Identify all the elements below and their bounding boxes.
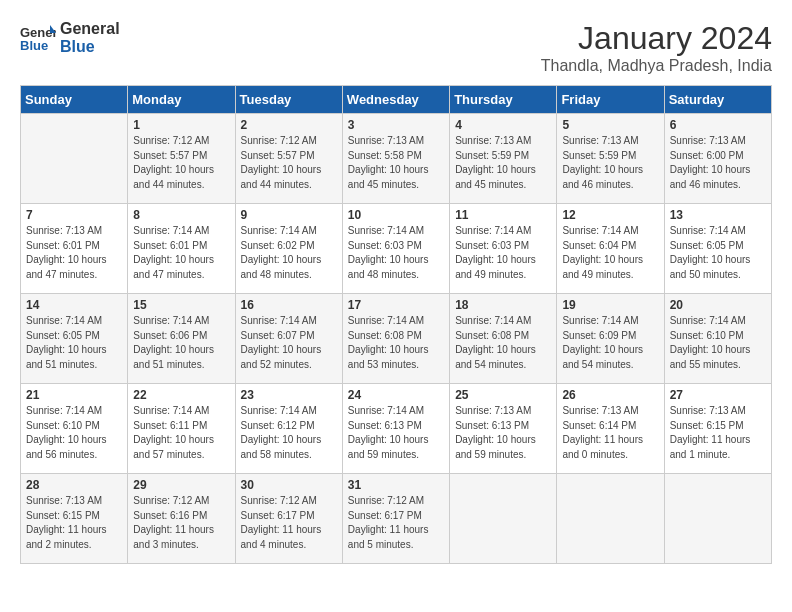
day-info: Sunrise: 7:13 AM Sunset: 6:00 PM Dayligh… (670, 134, 766, 192)
calendar-cell: 16Sunrise: 7:14 AM Sunset: 6:07 PM Dayli… (235, 294, 342, 384)
day-info: Sunrise: 7:13 AM Sunset: 6:15 PM Dayligh… (670, 404, 766, 462)
day-number: 22 (133, 388, 229, 402)
calendar-cell (664, 474, 771, 564)
column-header-sunday: Sunday (21, 86, 128, 114)
day-number: 2 (241, 118, 337, 132)
day-info: Sunrise: 7:14 AM Sunset: 6:09 PM Dayligh… (562, 314, 658, 372)
calendar-cell: 12Sunrise: 7:14 AM Sunset: 6:04 PM Dayli… (557, 204, 664, 294)
calendar-cell: 17Sunrise: 7:14 AM Sunset: 6:08 PM Dayli… (342, 294, 449, 384)
day-number: 7 (26, 208, 122, 222)
day-info: Sunrise: 7:13 AM Sunset: 5:58 PM Dayligh… (348, 134, 444, 192)
day-number: 29 (133, 478, 229, 492)
day-info: Sunrise: 7:14 AM Sunset: 6:11 PM Dayligh… (133, 404, 229, 462)
week-row-3: 14Sunrise: 7:14 AM Sunset: 6:05 PM Dayli… (21, 294, 772, 384)
calendar-cell: 1Sunrise: 7:12 AM Sunset: 5:57 PM Daylig… (128, 114, 235, 204)
logo: General Blue General Blue (20, 20, 120, 55)
calendar-cell: 19Sunrise: 7:14 AM Sunset: 6:09 PM Dayli… (557, 294, 664, 384)
week-row-2: 7Sunrise: 7:13 AM Sunset: 6:01 PM Daylig… (21, 204, 772, 294)
week-row-1: 1Sunrise: 7:12 AM Sunset: 5:57 PM Daylig… (21, 114, 772, 204)
column-header-tuesday: Tuesday (235, 86, 342, 114)
day-info: Sunrise: 7:13 AM Sunset: 6:01 PM Dayligh… (26, 224, 122, 282)
day-info: Sunrise: 7:12 AM Sunset: 6:17 PM Dayligh… (241, 494, 337, 552)
column-header-friday: Friday (557, 86, 664, 114)
day-info: Sunrise: 7:14 AM Sunset: 6:08 PM Dayligh… (455, 314, 551, 372)
day-number: 17 (348, 298, 444, 312)
calendar-cell: 27Sunrise: 7:13 AM Sunset: 6:15 PM Dayli… (664, 384, 771, 474)
calendar-cell: 29Sunrise: 7:12 AM Sunset: 6:16 PM Dayli… (128, 474, 235, 564)
column-header-thursday: Thursday (450, 86, 557, 114)
calendar-cell: 4Sunrise: 7:13 AM Sunset: 5:59 PM Daylig… (450, 114, 557, 204)
day-info: Sunrise: 7:12 AM Sunset: 5:57 PM Dayligh… (133, 134, 229, 192)
day-number: 14 (26, 298, 122, 312)
day-number: 10 (348, 208, 444, 222)
day-number: 24 (348, 388, 444, 402)
day-info: Sunrise: 7:14 AM Sunset: 6:10 PM Dayligh… (670, 314, 766, 372)
day-number: 26 (562, 388, 658, 402)
title-block: January 2024 Thandla, Madhya Pradesh, In… (541, 20, 772, 75)
day-info: Sunrise: 7:14 AM Sunset: 6:08 PM Dayligh… (348, 314, 444, 372)
week-row-5: 28Sunrise: 7:13 AM Sunset: 6:15 PM Dayli… (21, 474, 772, 564)
calendar-cell: 31Sunrise: 7:12 AM Sunset: 6:17 PM Dayli… (342, 474, 449, 564)
calendar-cell (21, 114, 128, 204)
day-number: 25 (455, 388, 551, 402)
calendar-cell: 9Sunrise: 7:14 AM Sunset: 6:02 PM Daylig… (235, 204, 342, 294)
day-number: 9 (241, 208, 337, 222)
day-number: 8 (133, 208, 229, 222)
day-info: Sunrise: 7:14 AM Sunset: 6:10 PM Dayligh… (26, 404, 122, 462)
day-info: Sunrise: 7:14 AM Sunset: 6:13 PM Dayligh… (348, 404, 444, 462)
page-header: General Blue General Blue January 2024 T… (20, 20, 772, 75)
calendar-cell: 11Sunrise: 7:14 AM Sunset: 6:03 PM Dayli… (450, 204, 557, 294)
calendar-cell: 21Sunrise: 7:14 AM Sunset: 6:10 PM Dayli… (21, 384, 128, 474)
day-number: 15 (133, 298, 229, 312)
calendar-cell: 6Sunrise: 7:13 AM Sunset: 6:00 PM Daylig… (664, 114, 771, 204)
day-info: Sunrise: 7:14 AM Sunset: 6:03 PM Dayligh… (348, 224, 444, 282)
day-number: 28 (26, 478, 122, 492)
calendar-cell (450, 474, 557, 564)
day-number: 30 (241, 478, 337, 492)
day-info: Sunrise: 7:13 AM Sunset: 6:14 PM Dayligh… (562, 404, 658, 462)
day-number: 23 (241, 388, 337, 402)
day-number: 21 (26, 388, 122, 402)
column-header-monday: Monday (128, 86, 235, 114)
calendar-cell (557, 474, 664, 564)
day-info: Sunrise: 7:14 AM Sunset: 6:07 PM Dayligh… (241, 314, 337, 372)
day-number: 31 (348, 478, 444, 492)
day-number: 27 (670, 388, 766, 402)
day-number: 11 (455, 208, 551, 222)
calendar-cell: 2Sunrise: 7:12 AM Sunset: 5:57 PM Daylig… (235, 114, 342, 204)
day-number: 5 (562, 118, 658, 132)
calendar-header-row: SundayMondayTuesdayWednesdayThursdayFrid… (21, 86, 772, 114)
calendar-cell: 5Sunrise: 7:13 AM Sunset: 5:59 PM Daylig… (557, 114, 664, 204)
location-subtitle: Thandla, Madhya Pradesh, India (541, 57, 772, 75)
day-info: Sunrise: 7:13 AM Sunset: 5:59 PM Dayligh… (455, 134, 551, 192)
day-number: 19 (562, 298, 658, 312)
calendar-cell: 15Sunrise: 7:14 AM Sunset: 6:06 PM Dayli… (128, 294, 235, 384)
calendar-cell: 28Sunrise: 7:13 AM Sunset: 6:15 PM Dayli… (21, 474, 128, 564)
calendar-cell: 14Sunrise: 7:14 AM Sunset: 6:05 PM Dayli… (21, 294, 128, 384)
day-info: Sunrise: 7:12 AM Sunset: 5:57 PM Dayligh… (241, 134, 337, 192)
day-info: Sunrise: 7:14 AM Sunset: 6:05 PM Dayligh… (26, 314, 122, 372)
calendar-cell: 23Sunrise: 7:14 AM Sunset: 6:12 PM Dayli… (235, 384, 342, 474)
calendar-cell: 18Sunrise: 7:14 AM Sunset: 6:08 PM Dayli… (450, 294, 557, 384)
day-info: Sunrise: 7:12 AM Sunset: 6:17 PM Dayligh… (348, 494, 444, 552)
day-number: 18 (455, 298, 551, 312)
month-title: January 2024 (541, 20, 772, 57)
day-info: Sunrise: 7:13 AM Sunset: 5:59 PM Dayligh… (562, 134, 658, 192)
day-number: 6 (670, 118, 766, 132)
calendar-cell: 7Sunrise: 7:13 AM Sunset: 6:01 PM Daylig… (21, 204, 128, 294)
day-number: 13 (670, 208, 766, 222)
day-info: Sunrise: 7:14 AM Sunset: 6:01 PM Dayligh… (133, 224, 229, 282)
calendar-cell: 26Sunrise: 7:13 AM Sunset: 6:14 PM Dayli… (557, 384, 664, 474)
logo-text-general: General (60, 20, 120, 38)
week-row-4: 21Sunrise: 7:14 AM Sunset: 6:10 PM Dayli… (21, 384, 772, 474)
day-number: 12 (562, 208, 658, 222)
day-info: Sunrise: 7:14 AM Sunset: 6:03 PM Dayligh… (455, 224, 551, 282)
day-number: 20 (670, 298, 766, 312)
calendar-table: SundayMondayTuesdayWednesdayThursdayFrid… (20, 85, 772, 564)
calendar-cell: 24Sunrise: 7:14 AM Sunset: 6:13 PM Dayli… (342, 384, 449, 474)
day-number: 1 (133, 118, 229, 132)
calendar-cell: 22Sunrise: 7:14 AM Sunset: 6:11 PM Dayli… (128, 384, 235, 474)
day-info: Sunrise: 7:14 AM Sunset: 6:12 PM Dayligh… (241, 404, 337, 462)
day-info: Sunrise: 7:14 AM Sunset: 6:02 PM Dayligh… (241, 224, 337, 282)
column-header-saturday: Saturday (664, 86, 771, 114)
